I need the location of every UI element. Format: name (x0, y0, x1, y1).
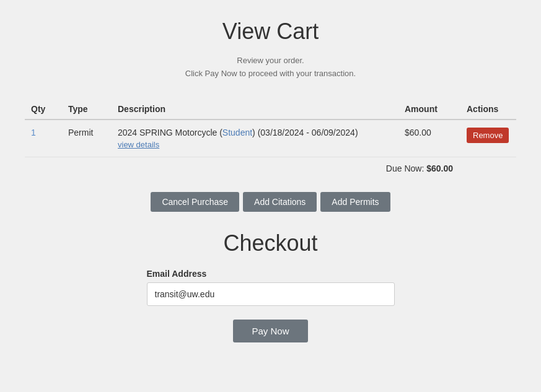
checkout-form: Email Address Pay Now (25, 269, 516, 342)
cancel-purchase-button[interactable]: Cancel Purchase (151, 192, 239, 212)
desc-prefix: 2024 SPRING Motorcycle ( (118, 128, 222, 137)
subtitle-line1: Review your order. (237, 56, 304, 65)
page-title: View Cart (25, 19, 516, 45)
col-amount: Amount (398, 99, 460, 120)
col-type: Type (62, 99, 112, 120)
subtitle-line2: Click Pay Now to proceed with your trans… (185, 69, 356, 78)
email-input[interactable] (147, 282, 395, 306)
desc-suffix: ) (03/18/2024 - 06/09/2024) (252, 128, 358, 137)
email-label: Email Address (147, 269, 395, 279)
pay-now-button[interactable]: Pay Now (233, 320, 307, 342)
view-details-link[interactable]: view details (118, 140, 392, 149)
email-form-group: Email Address (147, 269, 395, 306)
col-actions: Actions (460, 99, 516, 120)
due-now-amount: $60.00 (426, 163, 453, 173)
row-qty: 1 (25, 120, 62, 157)
desc-highlight: Student (222, 128, 252, 137)
col-description: Description (112, 99, 398, 120)
row-amount: $60.00 (398, 120, 460, 157)
action-buttons-group: Cancel Purchase Add Citations Add Permit… (25, 192, 516, 212)
subtitle: Review your order. Click Pay Now to proc… (25, 54, 516, 81)
table-header-row: Qty Type Description Amount Actions (25, 99, 516, 120)
row-actions: Remove (460, 120, 516, 157)
row-type: Permit (62, 120, 112, 157)
add-permits-button[interactable]: Add Permits (320, 192, 390, 212)
table-row: 1 Permit 2024 SPRING Motorcycle (Student… (25, 120, 516, 157)
col-qty: Qty (25, 99, 62, 120)
cart-table: Qty Type Description Amount Actions 1 Pe… (25, 99, 516, 157)
remove-button[interactable]: Remove (467, 128, 509, 143)
due-now-label: Due Now: (386, 163, 424, 173)
due-now-section: Due Now: $60.00 (25, 163, 516, 180)
add-citations-button[interactable]: Add Citations (243, 192, 317, 212)
checkout-title: Checkout (25, 230, 516, 256)
row-description: 2024 SPRING Motorcycle (Student) (03/18/… (112, 120, 398, 157)
